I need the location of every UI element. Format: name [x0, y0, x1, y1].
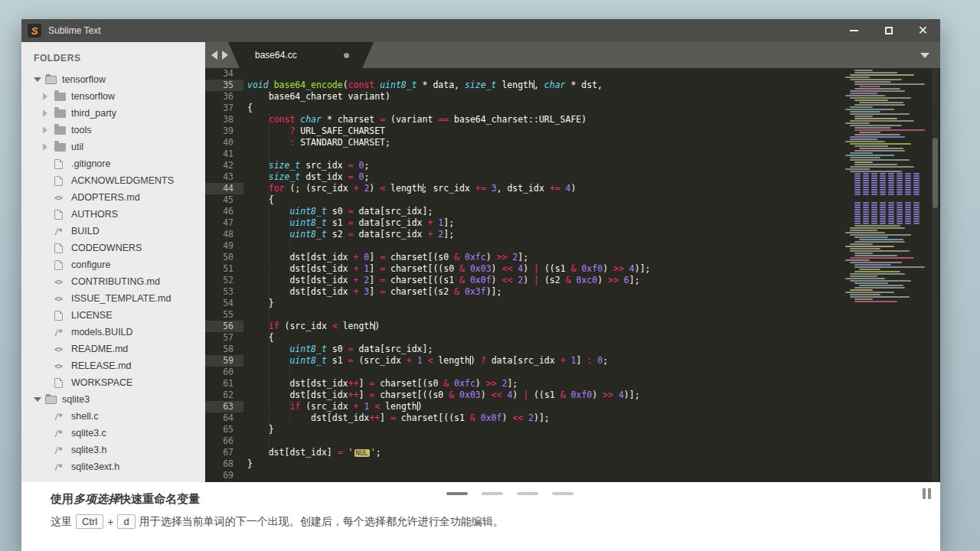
- code-line-37[interactable]: 37{: [205, 103, 940, 114]
- code-line-36[interactable]: 36 base64_charset variant): [205, 91, 940, 103]
- sidebar-item-workspace[interactable]: WORKSPACE: [21, 374, 205, 391]
- caret-right-icon[interactable]: [43, 126, 54, 134]
- progress-dash-4[interactable]: [552, 492, 573, 495]
- sidebar-item-shell-c[interactable]: /*shell.c: [21, 408, 205, 425]
- minimize-button[interactable]: [837, 19, 871, 42]
- caret-right-icon[interactable]: [43, 93, 54, 100]
- sidebar-item-tensorflow[interactable]: tensorflow: [21, 71, 205, 88]
- sidebar-item-configure[interactable]: configure: [21, 256, 205, 273]
- sidebar-item-third-party[interactable]: third_party: [21, 105, 205, 122]
- tab-overflow-icon[interactable]: [920, 53, 929, 58]
- sidebar-item-authors[interactable]: AUTHORS: [21, 206, 205, 223]
- sidebar-item-contributing-md[interactable]: <>CONTRIBUTING.md: [21, 273, 205, 290]
- code-line-38[interactable]: 38 const char * charset = (variant == ba…: [205, 114, 940, 126]
- code-line-61[interactable]: 61 dst[dst_idx++] = charset[(s0 & 0xfc) …: [205, 378, 940, 390]
- title-bar[interactable]: S Sublime Text ✕: [21, 19, 940, 42]
- minimap-row: [871, 207, 877, 208]
- file-icon: [54, 311, 71, 321]
- code-line-35[interactable]: 35void base64_encode(const uint8_t * dat…: [205, 80, 940, 91]
- pause-icon[interactable]: [923, 488, 931, 499]
- code-line-45[interactable]: 45 {: [205, 194, 940, 206]
- code-editor[interactable]: 3435void base64_encode(const uint8_t * d…: [205, 68, 940, 482]
- caret-down-icon[interactable]: [34, 397, 45, 402]
- minimap-row: [854, 255, 897, 256]
- progress-dash-1[interactable]: [446, 492, 468, 495]
- code-line-39[interactable]: 39 ? URL_SAFE_CHARSET: [205, 126, 940, 137]
- caret-right-icon[interactable]: [43, 143, 54, 151]
- sidebar-item-readme-md[interactable]: <>README.md: [21, 341, 205, 357]
- code-line-58[interactable]: 58 uint8_t s0 = data[src_idx];: [205, 344, 940, 355]
- code-line-48[interactable]: 48 uint8_t s2 = data[src_idx + 2];: [205, 229, 940, 240]
- sidebar-item-build[interactable]: /*BUILD: [21, 223, 205, 240]
- code-line-51[interactable]: 51 dst[dst_idx + 1] = charset[((s0 & 0x0…: [205, 263, 940, 275]
- code-line-56[interactable]: 56 if (src_idx < length): [205, 321, 940, 332]
- code-line-50[interactable]: 50 dst[dst_idx + 0] = charset[(s0 & 0xfc…: [205, 252, 940, 263]
- tab-base64cc[interactable]: base64.cc: [228, 42, 374, 68]
- code-line-67[interactable]: 67 dst[dst_idx] = 'NUL';: [205, 447, 940, 458]
- code-line-55[interactable]: 55: [205, 309, 940, 321]
- tab-prev-icon[interactable]: [211, 51, 217, 60]
- sidebar-item-tensorflow[interactable]: tensorflow: [21, 88, 205, 105]
- code-line-59[interactable]: 59 uint8_t s1 = (src_idx + 1 < length) ?…: [205, 355, 940, 367]
- maximize-button[interactable]: [871, 19, 906, 42]
- minimap-row: [880, 220, 886, 222]
- sidebar-item-sqlite3ext-h[interactable]: /*sqlite3ext.h: [21, 458, 205, 475]
- sidebar-item-codeowners[interactable]: CODEOWNERS: [21, 240, 205, 256]
- code-line-34[interactable]: 34: [205, 68, 940, 80]
- code-line-43[interactable]: 43 size_t dst_idx = 0;: [205, 171, 940, 183]
- code-line-52[interactable]: 52 dst[dst_idx + 2] = charset[((s1 & 0x0…: [205, 275, 940, 286]
- code-line-40[interactable]: 40 : STANDARD_CHARSET;: [205, 137, 940, 148]
- code-line-49[interactable]: 49: [205, 240, 940, 252]
- sidebar-item-util[interactable]: util: [21, 139, 205, 155]
- sidebar-item-sqlite3[interactable]: sqlite3: [21, 391, 205, 408]
- progress-dash-2[interactable]: [482, 492, 503, 495]
- minimap[interactable]: [844, 68, 931, 482]
- sidebar-item-issue-template-md[interactable]: <>ISSUE_TEMPLATE.md: [21, 290, 205, 307]
- indent-guide: [269, 229, 270, 240]
- minimap-row: [854, 211, 861, 213]
- code-line-53[interactable]: 53 dst[dst_idx + 3] = charset[(s2 & 0x3f…: [205, 286, 940, 298]
- caret-right-icon[interactable]: [43, 109, 54, 117]
- minimap-row: [871, 184, 877, 186]
- sidebar-item--gitignore[interactable]: .gitignore: [21, 155, 205, 172]
- code-line-42[interactable]: 42 size_t src_idx = 0;: [205, 160, 940, 171]
- progress-dash-3[interactable]: [517, 492, 538, 495]
- code-line-62[interactable]: 62 dst[dst_idx++] = charset[((s0 & 0x03)…: [205, 390, 940, 401]
- kbd-ctrl: Ctrl: [76, 514, 103, 529]
- sidebar-item-models-build[interactable]: /*models.BUILD: [21, 324, 205, 341]
- code-line-63[interactable]: 63 if (src_idx + 1 < length): [205, 401, 940, 412]
- minimap-row: [863, 175, 869, 177]
- caret-down-icon[interactable]: [34, 77, 45, 82]
- code-line-66[interactable]: 66: [205, 435, 940, 447]
- code-line-46[interactable]: 46 uint8_t s0 = data[src_idx];: [205, 206, 940, 217]
- minimap-row: [845, 292, 894, 293]
- code-line-68[interactable]: 68}: [205, 458, 940, 470]
- minimap-row: [897, 209, 903, 210]
- code-line-57[interactable]: 57 {: [205, 332, 940, 344]
- code-line-47[interactable]: 47 uint8_t s1 = data[src_idx + 1];: [205, 217, 940, 229]
- close-button[interactable]: ✕: [906, 19, 940, 42]
- code-line-44[interactable]: 44 for (; (src_idx + 2) < length; src_id…: [205, 183, 940, 194]
- tab-next-icon[interactable]: [222, 51, 228, 60]
- sidebar-item-sqlite3-h[interactable]: /*sqlite3.h: [21, 442, 205, 458]
- source-icon: /*: [54, 446, 71, 455]
- sidebar-item-acknowledgments[interactable]: ACKNOWLEDGMENTS: [21, 172, 205, 189]
- code-line-54[interactable]: 54 }: [205, 298, 940, 309]
- indent-guide: [289, 229, 290, 240]
- sidebar-item-tools[interactable]: tools: [21, 122, 205, 139]
- scrollbar-track[interactable]: [932, 68, 939, 482]
- code-line-60[interactable]: 60: [205, 367, 940, 378]
- file-icon: [54, 176, 71, 186]
- sidebar-item-label: third_party: [71, 108, 116, 119]
- sidebar-item-adopters-md[interactable]: <>ADOPTERS.md: [21, 189, 205, 206]
- line-number: 60: [205, 367, 243, 378]
- indent-guide: [289, 137, 290, 148]
- code-line-41[interactable]: 41: [205, 148, 940, 160]
- scrollbar-thumb[interactable]: [933, 138, 938, 208]
- sidebar-item-license[interactable]: LICENSE: [21, 307, 205, 324]
- sidebar-item-release-md[interactable]: <>RELEASE.md: [21, 357, 205, 374]
- code-line-69[interactable]: 69: [205, 470, 940, 481]
- sidebar-item-sqlite3-c[interactable]: /*sqlite3.c: [21, 425, 205, 442]
- code-line-65[interactable]: 65 }: [205, 424, 940, 435]
- code-line-64[interactable]: 64 dst[dst_idx++] = charset[((s1 & 0x0f)…: [205, 412, 940, 424]
